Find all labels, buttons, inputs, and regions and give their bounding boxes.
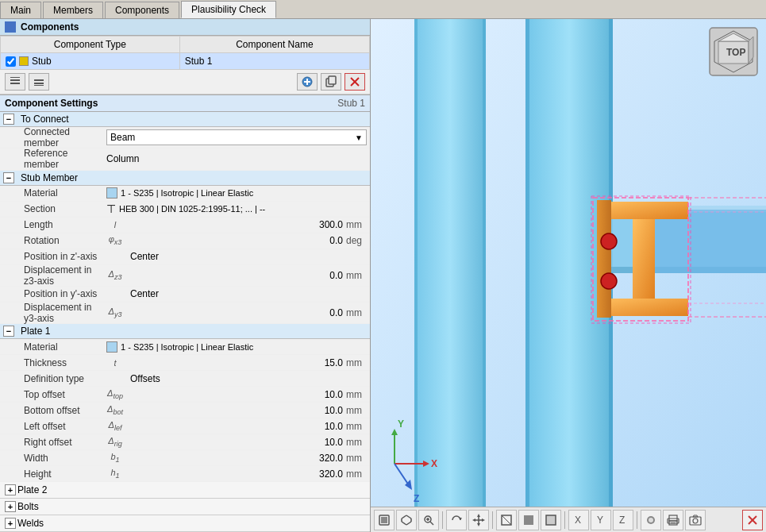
svg-text:X: X bbox=[575, 515, 581, 526]
svg-rect-1 bbox=[10, 83, 20, 84]
component-name-label: Stub 1 bbox=[185, 56, 213, 67]
view-section-x-button[interactable]: X bbox=[568, 510, 589, 530]
plate1-expander[interactable]: − bbox=[3, 326, 14, 337]
tab-main[interactable]: Main bbox=[0, 2, 41, 18]
stub-section-value: HEB 300 | DIN 1025-2:1995-11; ... | -- bbox=[119, 204, 265, 214]
svg-marker-63 bbox=[459, 518, 462, 520]
plate2-section[interactable]: + Plate 2 bbox=[0, 482, 370, 499]
svg-line-71 bbox=[502, 515, 511, 525]
svg-text:X: X bbox=[431, 458, 437, 469]
view-xray-button[interactable] bbox=[541, 510, 561, 530]
svg-point-29 bbox=[601, 233, 617, 249]
plate1-section[interactable]: − Plate 1 bbox=[0, 324, 370, 339]
3d-viewport[interactable]: X Y Z TOP bbox=[371, 19, 766, 532]
svg-rect-0 bbox=[10, 79, 20, 81]
move-up-button[interactable] bbox=[5, 73, 25, 91]
stub-length-label: Length bbox=[0, 218, 103, 232]
add-component-button[interactable] bbox=[297, 73, 318, 91]
move-down-button[interactable] bbox=[29, 73, 49, 91]
plate1-right-offset-label: Right offset bbox=[0, 435, 103, 449]
plate1-thickness-value: 15.0 bbox=[127, 357, 346, 368]
stub-length-symbol: l bbox=[103, 220, 127, 229]
bolts-label: Bolts bbox=[17, 501, 39, 512]
plate1-top-offset-unit: mm bbox=[346, 389, 370, 400]
svg-rect-2 bbox=[10, 77, 20, 78]
toolbar-separator bbox=[442, 511, 443, 529]
stub-member-expander[interactable]: − bbox=[3, 172, 14, 183]
svg-rect-16 bbox=[483, 19, 486, 507]
view-print-button[interactable] bbox=[663, 510, 683, 530]
view-zoom-button[interactable] bbox=[418, 510, 439, 530]
stub-displacement-z3-value: 0.0 bbox=[127, 270, 346, 281]
nav-cube[interactable]: TOP bbox=[709, 27, 758, 76]
welds-section[interactable]: + Welds bbox=[0, 515, 370, 532]
plate1-thickness-row: Thickness t 15.0 mm bbox=[0, 355, 370, 371]
stub-position-y-value: Center bbox=[127, 288, 370, 299]
plate1-top-offset-label: Top offset bbox=[0, 387, 103, 402]
view-toolbar: X Y Z bbox=[371, 507, 766, 532]
tab-components[interactable]: Components bbox=[105, 2, 179, 18]
plate1-top-offset-value: 10.0 bbox=[127, 389, 346, 400]
tab-bar: Main Members Components Plausibility Che… bbox=[0, 0, 766, 19]
component-toolbar bbox=[0, 70, 370, 94]
view-home-button[interactable] bbox=[374, 510, 395, 530]
bolts-section[interactable]: + Bolts bbox=[0, 499, 370, 515]
plate2-label: Plate 2 bbox=[17, 484, 47, 495]
bolts-expander[interactable]: + bbox=[5, 501, 16, 512]
stub-position-z-label: Position in z'-axis bbox=[0, 249, 103, 264]
svg-rect-52 bbox=[381, 517, 387, 523]
stub-material-color bbox=[106, 187, 117, 199]
plate1-width-unit: mm bbox=[346, 453, 370, 464]
stub-length-value: 300.0 bbox=[127, 219, 346, 230]
component-type-cell: Stub bbox=[1, 53, 180, 70]
plate1-height-row: Height h1 320.0 mm bbox=[0, 466, 370, 482]
plate1-width-label: Width bbox=[0, 451, 103, 465]
table-row[interactable]: Stub Stub 1 bbox=[1, 53, 370, 70]
stub-member-title: Stub Member bbox=[21, 172, 78, 183]
connected-member-dropdown[interactable]: Beam ▼ bbox=[106, 129, 367, 145]
view-iso-button[interactable] bbox=[396, 510, 417, 530]
view-solid-button[interactable] bbox=[518, 510, 539, 530]
view-wire-button[interactable] bbox=[496, 510, 517, 530]
view-section-z-button[interactable]: Z bbox=[613, 510, 633, 530]
stub-rotation-label: Rotation bbox=[0, 233, 103, 248]
reference-member-row: Reference member Column bbox=[0, 148, 370, 170]
view-move-button[interactable] bbox=[468, 510, 489, 530]
stub-position-y-label: Position in y'-axis bbox=[0, 287, 103, 301]
plate1-thickness-label: Thickness bbox=[0, 356, 103, 370]
svg-rect-15 bbox=[414, 19, 418, 507]
stub-displacement-z3-label: Displacement in z3-axis bbox=[0, 263, 103, 288]
plate1-material-value: 1 - S235 | Isotropic | Linear Elastic bbox=[121, 342, 253, 352]
components-table: Component Type Component Name Stub Stub … bbox=[0, 36, 370, 70]
plate1-bottom-offset-symbol: Δbot bbox=[103, 404, 127, 416]
svg-text:Z: Z bbox=[619, 515, 625, 526]
plate1-definition-type-value: Offsets bbox=[127, 373, 370, 384]
view-camera-button[interactable] bbox=[685, 510, 706, 530]
plate1-bottom-offset-label: Bottom offset bbox=[0, 403, 103, 418]
plate1-width-row: Width b1 320.0 mm bbox=[0, 450, 370, 466]
stub-displacement-y3-symbol: Δy3 bbox=[103, 306, 127, 318]
stub-section-row: Section ⊤ HEB 300 | DIN 1025-2:1995-11; … bbox=[0, 202, 370, 218]
svg-rect-27 bbox=[597, 200, 611, 318]
plate1-title: Plate 1 bbox=[21, 326, 50, 337]
stub-position-z-value: Center bbox=[127, 251, 370, 262]
to-connect-expander[interactable]: − bbox=[3, 114, 14, 125]
view-close-button[interactable] bbox=[742, 510, 763, 530]
stub-rotation-value: 0.0 bbox=[127, 235, 346, 246]
welds-expander[interactable]: + bbox=[5, 518, 16, 529]
welds-label: Welds bbox=[17, 518, 44, 529]
delete-component-button[interactable] bbox=[345, 73, 365, 91]
stub-length-row: Length l 300.0 mm bbox=[0, 218, 370, 233]
view-rotate-button[interactable] bbox=[446, 510, 467, 530]
tab-members[interactable]: Members bbox=[43, 2, 103, 18]
copy-component-button[interactable] bbox=[321, 73, 341, 91]
plate2-expander[interactable]: + bbox=[5, 484, 16, 495]
stub-member-section[interactable]: − Stub Member bbox=[0, 171, 370, 186]
component-checkbox[interactable] bbox=[6, 56, 16, 67]
svg-rect-25 bbox=[633, 219, 655, 299]
plate1-left-offset-value: 10.0 bbox=[127, 421, 346, 432]
tab-plausibility-check[interactable]: Plausibility Check bbox=[181, 1, 276, 18]
view-section-y-button[interactable]: Y bbox=[591, 510, 611, 530]
svg-point-85 bbox=[693, 519, 698, 523]
view-render-button[interactable] bbox=[641, 510, 661, 530]
